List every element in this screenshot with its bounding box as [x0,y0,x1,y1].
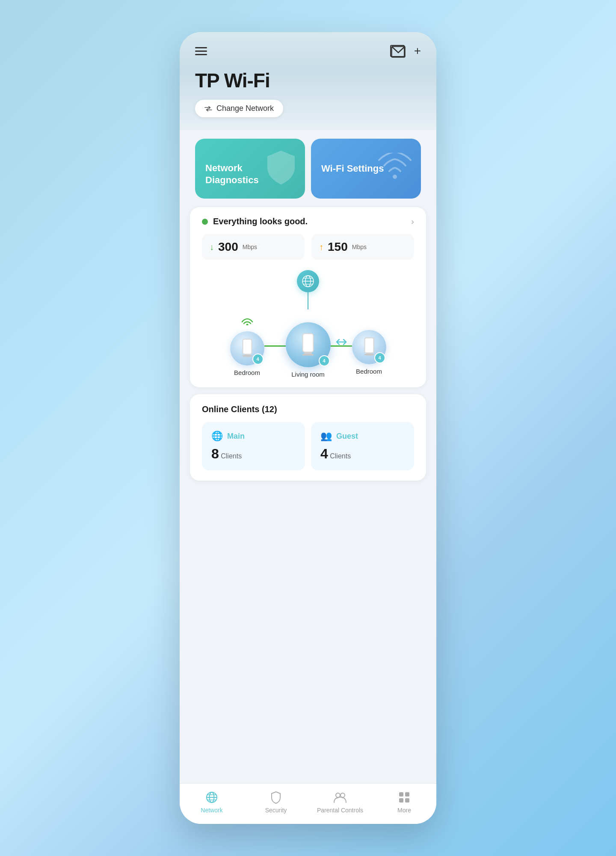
add-button[interactable]: + [414,45,421,57]
connection-line-left [264,345,286,347]
menu-button[interactable] [195,47,207,55]
main-client-count: 8 [211,446,219,461]
svg-point-1 [393,175,397,179]
nav-security[interactable]: Security [244,791,308,814]
security-nav-icon [269,791,283,804]
download-speed-unit: Mbps [243,244,257,250]
clients-title: Online Clients (12) [202,404,414,414]
svg-rect-27 [399,792,403,797]
status-chevron-icon[interactable]: › [411,217,414,226]
main-network-icon: 🌐 [211,431,223,442]
status-message: Everything looks good. [213,217,308,226]
svg-point-26 [341,793,345,797]
svg-rect-15 [302,354,314,356]
nav-network[interactable]: Network [180,791,244,814]
bottom-nav: Network Security Parental Controls [180,783,436,824]
svg-rect-9 [243,340,251,354]
more-nav-icon [397,791,411,804]
svg-rect-28 [405,792,409,797]
device-bedroom-left[interactable]: 4 Bedroom [230,316,264,376]
network-nav-label: Network [201,807,222,814]
device-label-bedroom-right: Bedroom [356,368,382,375]
main-network-card[interactable]: 🌐 Main 8 Clients [202,422,305,470]
svg-rect-13 [303,334,313,351]
network-nav-icon [205,791,219,804]
upload-speed-item: ↑ 150 Mbps [311,234,414,260]
device-badge-bedroom-right: 4 [374,352,385,363]
svg-point-25 [336,793,340,797]
change-network-label: Change Network [216,104,274,113]
app-title: TP Wi-Fi [195,69,421,92]
svg-point-7 [246,324,248,325]
guest-network-card[interactable]: 👥 Guest 4 Clients [311,422,414,470]
device-label-living-room: Living room [291,371,325,378]
download-speed-value: 300 [218,240,238,254]
main-network-label: Main [227,432,245,441]
device-label-bedroom-left: Bedroom [234,369,260,376]
device-living-room[interactable]: 4 Living room [286,309,331,378]
internet-globe-node [297,270,319,292]
clients-panel: Online Clients (12) 🌐 Main 8 Clients 👥 G… [190,394,426,481]
wifi-settings-label: Wi-Fi Settings [321,163,384,175]
device-badge-bedroom-left: 4 [252,354,264,365]
parental-nav-label: Parental Controls [317,807,363,814]
svg-rect-11 [243,355,252,357]
download-speed-item: ↓ 300 Mbps [202,234,305,260]
device-badge-living-room: 4 [319,355,330,366]
parental-nav-icon [333,791,347,804]
guest-network-icon: 👥 [320,431,332,442]
change-network-button[interactable]: Change Network [195,100,283,117]
vertical-connection-line [308,292,308,309]
nav-parental[interactable]: Parental Controls [308,791,372,814]
device-bedroom-right[interactable]: 4 Bedroom [352,317,386,375]
guest-client-count: 4 [320,446,328,461]
upload-arrow-icon: ↑ [319,242,323,252]
svg-rect-30 [405,798,409,802]
status-panel: Everything looks good. › ↓ 300 Mbps ↑ 15… [190,207,426,387]
guest-client-count-label: Clients [330,452,351,460]
shield-icon [264,149,298,189]
upload-speed-unit: Mbps [352,244,367,250]
mail-button[interactable] [390,45,405,57]
wifi-settings-card[interactable]: Wi-Fi Settings [311,139,421,199]
network-diagnostics-card[interactable]: NetworkDiagnostics [195,139,305,199]
upload-speed-value: 150 [328,240,348,254]
download-arrow-icon: ↓ [210,242,214,252]
more-nav-label: More [397,807,411,814]
svg-rect-19 [364,354,374,355]
guest-network-label: Guest [336,432,358,441]
diagnostics-label: NetworkDiagnostics [205,162,259,187]
connection-line-right [331,345,352,347]
status-dot [202,219,208,225]
nav-more[interactable]: More [372,791,436,814]
main-client-count-label: Clients [221,452,242,460]
svg-rect-17 [365,339,373,352]
security-nav-label: Security [265,807,287,814]
svg-rect-29 [399,798,403,802]
